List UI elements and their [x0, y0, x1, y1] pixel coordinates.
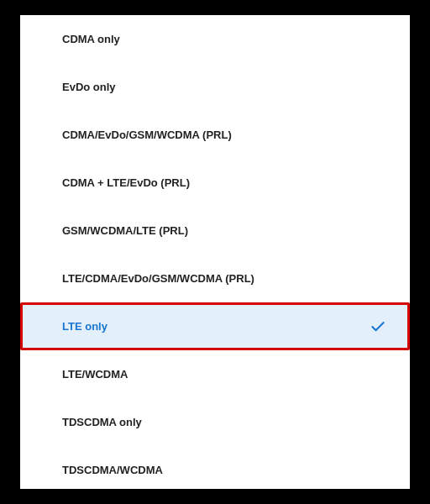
network-mode-label: LTE only	[62, 320, 370, 333]
network-mode-item-selected[interactable]: LTE only	[20, 302, 410, 350]
network-mode-item[interactable]: GSM/WCDMA/LTE (PRL)	[20, 207, 410, 255]
network-mode-item[interactable]: CDMA/EvDo/GSM/WCDMA (PRL)	[20, 111, 410, 159]
network-mode-label: EvDo only	[62, 81, 386, 93]
network-mode-item[interactable]: EvDo only	[20, 63, 410, 111]
check-icon	[370, 318, 386, 335]
network-mode-item[interactable]: CDMA + LTE/EvDo (PRL)	[20, 159, 410, 207]
network-mode-label: LTE/WCDMA	[62, 368, 386, 381]
network-mode-label: CDMA only	[62, 33, 386, 45]
network-mode-item[interactable]: TDSCDMA only	[20, 398, 410, 446]
network-mode-label: CDMA + LTE/EvDo (PRL)	[62, 176, 386, 189]
network-mode-item[interactable]: CDMA only	[20, 15, 410, 63]
network-mode-label: GSM/WCDMA/LTE (PRL)	[62, 224, 386, 237]
network-mode-list: CDMA only EvDo only CDMA/EvDo/GSM/WCDMA …	[20, 15, 410, 489]
network-mode-label: LTE/CDMA/EvDo/GSM/WCDMA (PRL)	[62, 272, 386, 285]
network-mode-label: TDSCDMA/WCDMA	[62, 464, 386, 476]
network-mode-item[interactable]: LTE/CDMA/EvDo/GSM/WCDMA (PRL)	[20, 255, 410, 302]
network-mode-item[interactable]: LTE/WCDMA	[20, 350, 410, 398]
network-mode-item[interactable]: TDSCDMA/WCDMA	[20, 446, 410, 489]
network-mode-label: TDSCDMA only	[62, 416, 386, 428]
network-mode-label: CDMA/EvDo/GSM/WCDMA (PRL)	[62, 129, 386, 141]
network-mode-panel: CDMA only EvDo only CDMA/EvDo/GSM/WCDMA …	[20, 15, 410, 489]
